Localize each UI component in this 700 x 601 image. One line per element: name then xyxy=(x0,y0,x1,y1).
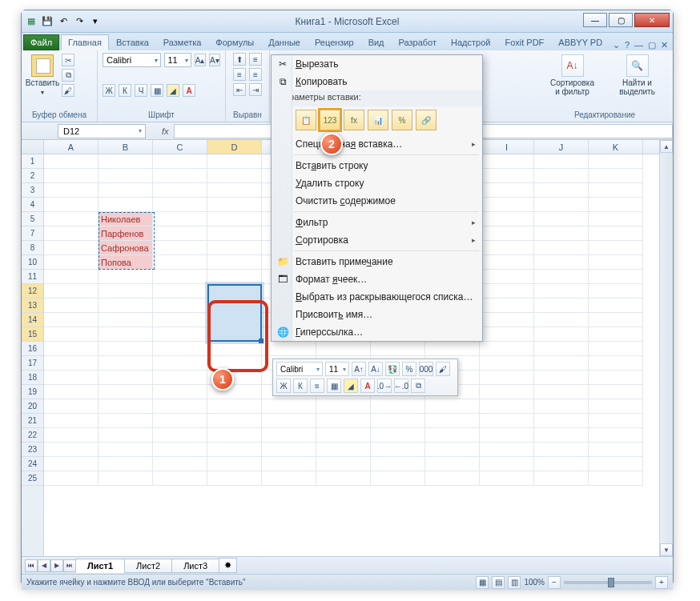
ctx-pick-list[interactable]: Выбрать из раскрывающегося списка… xyxy=(272,288,482,306)
mini-painter-icon[interactable]: 🖌 xyxy=(436,362,450,376)
row-15[interactable]: 15 xyxy=(22,327,43,342)
shrink-font-icon[interactable]: A▾ xyxy=(209,54,220,66)
row-25[interactable]: 25 xyxy=(22,471,43,486)
view-layout-icon[interactable]: ▤ xyxy=(492,576,505,589)
view-break-icon[interactable]: ▥ xyxy=(508,576,521,589)
scroll-up-icon[interactable]: ▲ xyxy=(660,140,673,153)
zoom-in-icon[interactable]: + xyxy=(655,576,668,589)
mini-merge-icon[interactable]: ⧉ xyxy=(411,379,425,393)
align-left-icon[interactable]: ≡ xyxy=(233,68,246,81)
row-19[interactable]: 19 xyxy=(22,385,43,399)
sheet-prev-icon[interactable]: ◀ xyxy=(38,559,50,572)
save-icon[interactable]: 💾 xyxy=(41,15,54,28)
tab-developer[interactable]: Разработ xyxy=(392,34,444,50)
row-8[interactable]: 8 xyxy=(22,241,43,255)
sheet-first-icon[interactable]: ⏮ xyxy=(25,559,38,572)
italic-button[interactable]: К xyxy=(119,84,131,97)
mini-fontcolor-icon[interactable]: A xyxy=(360,379,375,393)
row-1[interactable]: 1 xyxy=(22,154,43,169)
redo-icon[interactable]: ↷ xyxy=(73,15,86,28)
mini-font-size[interactable]: 11 xyxy=(325,362,349,376)
tab-insert[interactable]: Вставка xyxy=(109,34,156,50)
find-select-button[interactable]: 🔍 Найти и выделить xyxy=(622,53,654,98)
fill-color-icon[interactable]: ◢ xyxy=(167,84,179,97)
row-7[interactable]: 7 xyxy=(22,226,43,241)
sheet-tab-1[interactable]: Лист1 xyxy=(75,559,125,573)
sheet-tab-3[interactable]: Лист3 xyxy=(171,559,219,573)
copy-icon[interactable]: ⧉ xyxy=(62,69,74,82)
row-11[interactable]: 11 xyxy=(22,270,43,284)
mini-bold[interactable]: Ж xyxy=(276,379,291,393)
help-icon[interactable]: ? xyxy=(625,40,630,50)
mini-border-icon[interactable]: ▦ xyxy=(327,379,341,393)
row-21[interactable]: 21 xyxy=(22,414,43,428)
borders-icon[interactable]: ▦ xyxy=(151,84,163,97)
indent-dec-icon[interactable]: ⇤ xyxy=(233,83,246,96)
align-top-icon[interactable]: ⬆ xyxy=(233,53,246,66)
undo-icon[interactable]: ↶ xyxy=(57,15,70,28)
row-2[interactable]: 2 xyxy=(22,169,43,183)
sort-filter-button[interactable]: A↓ Сортировка и фильтр xyxy=(557,53,589,98)
doc-min-icon[interactable]: — xyxy=(634,40,643,50)
row-16[interactable]: 16 xyxy=(22,342,43,356)
col-D[interactable]: D xyxy=(207,140,262,154)
qat-more-icon[interactable]: ▾ xyxy=(89,15,102,28)
tab-data[interactable]: Данные xyxy=(261,34,308,50)
ctx-clear[interactable]: Очистить содержимое xyxy=(272,192,482,210)
scroll-down-icon[interactable]: ▼ xyxy=(660,543,673,556)
row-3[interactable]: 3 xyxy=(22,183,43,198)
paste-opt-all[interactable]: 📋 xyxy=(296,110,316,130)
align-center-icon[interactable]: ≡ xyxy=(249,68,262,81)
tab-home[interactable]: Главная xyxy=(61,34,109,50)
col-A[interactable]: A xyxy=(44,140,99,154)
row-12[interactable]: 12 xyxy=(22,284,43,298)
col-K[interactable]: K xyxy=(589,140,643,154)
ctx-insert-note[interactable]: 📁Вставить примечание xyxy=(272,253,482,270)
vertical-scrollbar[interactable]: ▲ ▼ xyxy=(659,140,673,556)
mini-accounting-icon[interactable]: 💱 xyxy=(385,362,400,376)
tab-abbyy[interactable]: ABBYY PD xyxy=(551,34,609,50)
align-mid-icon[interactable]: ≡ xyxy=(249,53,262,66)
minimize-button[interactable]: — xyxy=(583,13,607,27)
tab-addins[interactable]: Надстрой xyxy=(444,34,497,50)
row-20[interactable]: 20 xyxy=(22,399,43,414)
col-B[interactable]: B xyxy=(99,140,153,154)
ribbon-minimize-icon[interactable]: ⌄ xyxy=(613,40,620,50)
close-button[interactable]: ✕ xyxy=(634,13,670,27)
ctx-format-cells[interactable]: 🗔Формат ячеек… xyxy=(272,270,482,288)
paste-opt-format[interactable]: 📊 xyxy=(368,110,388,130)
name-box[interactable]: D12 xyxy=(58,124,146,138)
row-10[interactable]: 10 xyxy=(22,255,43,270)
row-17[interactable]: 17 xyxy=(22,356,43,371)
row-24[interactable]: 24 xyxy=(22,457,43,471)
ctx-paste-special[interactable]: Специальная вставка… xyxy=(272,135,482,153)
mini-percent-icon[interactable]: % xyxy=(402,362,416,376)
row-23[interactable]: 23 xyxy=(22,443,43,457)
font-name-select[interactable]: Calibri xyxy=(103,53,161,67)
zoom-slider[interactable] xyxy=(564,581,652,584)
paste-opt-values[interactable]: 123 xyxy=(320,110,340,130)
ctx-cut[interactable]: ✂Вырезать xyxy=(272,55,482,73)
tab-review[interactable]: Рецензир xyxy=(308,34,361,50)
mini-comma-icon[interactable]: 000 xyxy=(419,362,433,376)
mini-font-name[interactable]: Calibri xyxy=(276,362,323,376)
row-13[interactable]: 13 xyxy=(22,298,43,313)
font-size-select[interactable]: 11 xyxy=(164,53,191,67)
tab-layout[interactable]: Разметка xyxy=(156,34,209,50)
ctx-filter[interactable]: Фильтр xyxy=(272,214,482,231)
underline-button[interactable]: Ч xyxy=(135,84,147,97)
tab-file[interactable]: Файл xyxy=(23,34,59,50)
doc-restore-icon[interactable]: ▢ xyxy=(648,40,656,50)
ctx-sort[interactable]: Сортировка xyxy=(272,231,482,249)
maximize-button[interactable]: ▢ xyxy=(609,13,633,27)
col-C[interactable]: C xyxy=(153,140,207,154)
sheet-tab-2[interactable]: Лист2 xyxy=(124,559,172,573)
doc-close-icon[interactable]: ✕ xyxy=(661,40,668,50)
view-normal-icon[interactable]: ▦ xyxy=(476,576,489,589)
sheet-last-icon[interactable]: ⏭ xyxy=(63,559,76,572)
select-all-corner[interactable] xyxy=(22,140,44,154)
cut-icon[interactable]: ✂ xyxy=(62,54,74,66)
row-14[interactable]: 14 xyxy=(22,313,43,327)
tab-foxit[interactable]: Foxit PDF xyxy=(497,34,551,50)
ctx-define-name[interactable]: Присвоить имя… xyxy=(272,306,482,323)
